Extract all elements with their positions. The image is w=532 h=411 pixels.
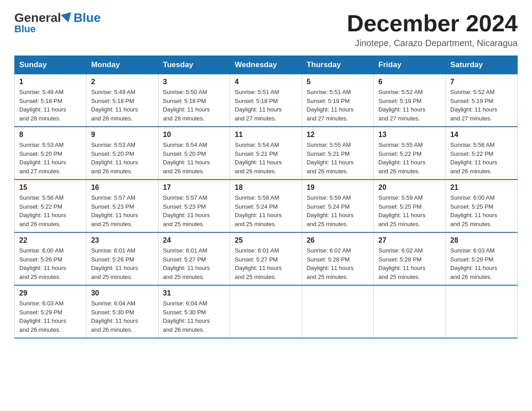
calendar-cell: 14 Sunrise: 5:56 AMSunset: 5:22 PMDaylig…	[446, 127, 517, 180]
calendar-cell: 3 Sunrise: 5:50 AMSunset: 5:18 PMDayligh…	[158, 74, 230, 127]
day-info: Sunrise: 5:56 AMSunset: 5:22 PMDaylight:…	[19, 194, 66, 227]
col-header-thursday: Thursday	[302, 56, 373, 74]
calendar-cell: 23 Sunrise: 6:01 AMSunset: 5:26 PMDaylig…	[86, 232, 158, 285]
calendar-cell: 11 Sunrise: 5:54 AMSunset: 5:21 PMDaylig…	[230, 127, 302, 180]
day-info: Sunrise: 5:50 AMSunset: 5:18 PMDaylight:…	[163, 89, 210, 122]
calendar-cell: 28 Sunrise: 6:03 AMSunset: 5:29 PMDaylig…	[446, 232, 517, 285]
location-text: Jinotepe, Carazo Department, Nicaragua	[347, 38, 518, 48]
day-info: Sunrise: 5:53 AMSunset: 5:20 PMDaylight:…	[19, 141, 66, 175]
page-header: General Blue Blue December 2024 Jinotepe…	[14, 11, 518, 48]
calendar-header-row: SundayMondayTuesdayWednesdayThursdayFrid…	[15, 56, 518, 74]
calendar-cell: 24 Sunrise: 6:01 AMSunset: 5:27 PMDaylig…	[158, 232, 230, 285]
calendar-table: SundayMondayTuesdayWednesdayThursdayFrid…	[14, 56, 518, 338]
day-info: Sunrise: 6:02 AMSunset: 5:28 PMDaylight:…	[378, 247, 425, 280]
calendar-week-row: 15 Sunrise: 5:56 AMSunset: 5:22 PMDaylig…	[15, 180, 518, 232]
calendar-cell: 7 Sunrise: 5:52 AMSunset: 5:19 PMDayligh…	[446, 74, 517, 127]
day-number: 7	[450, 78, 513, 86]
day-number: 11	[235, 131, 297, 139]
calendar-cell: 22 Sunrise: 6:00 AMSunset: 5:26 PMDaylig…	[15, 232, 86, 285]
col-header-monday: Monday	[86, 56, 158, 74]
day-info: Sunrise: 5:57 AMSunset: 5:23 PMDaylight:…	[91, 194, 138, 227]
logo-underline: Blue	[14, 23, 36, 35]
day-info: Sunrise: 5:59 AMSunset: 5:24 PMDaylight:…	[307, 194, 354, 227]
day-info: Sunrise: 5:55 AMSunset: 5:22 PMDaylight:…	[378, 141, 425, 175]
calendar-cell	[302, 285, 373, 338]
day-info: Sunrise: 5:54 AMSunset: 5:20 PMDaylight:…	[163, 141, 210, 175]
day-info: Sunrise: 6:04 AMSunset: 5:30 PMDaylight:…	[163, 300, 210, 333]
day-number: 18	[235, 184, 297, 192]
calendar-cell: 13 Sunrise: 5:55 AMSunset: 5:22 PMDaylig…	[374, 127, 446, 180]
day-number: 17	[163, 184, 225, 192]
calendar-cell: 25 Sunrise: 6:01 AMSunset: 5:27 PMDaylig…	[230, 232, 302, 285]
day-info: Sunrise: 6:03 AMSunset: 5:29 PMDaylight:…	[19, 300, 66, 333]
calendar-cell: 26 Sunrise: 6:02 AMSunset: 5:28 PMDaylig…	[302, 232, 373, 285]
calendar-cell: 27 Sunrise: 6:02 AMSunset: 5:28 PMDaylig…	[374, 232, 446, 285]
calendar-week-row: 29 Sunrise: 6:03 AMSunset: 5:29 PMDaylig…	[15, 285, 518, 338]
calendar-cell	[446, 285, 517, 338]
day-number: 14	[450, 131, 513, 139]
day-info: Sunrise: 6:03 AMSunset: 5:29 PMDaylight:…	[450, 247, 498, 280]
calendar-cell: 6 Sunrise: 5:52 AMSunset: 5:19 PMDayligh…	[374, 74, 446, 127]
day-info: Sunrise: 5:52 AMSunset: 5:19 PMDaylight:…	[450, 89, 498, 122]
day-info: Sunrise: 5:54 AMSunset: 5:21 PMDaylight:…	[235, 141, 282, 175]
day-info: Sunrise: 5:51 AMSunset: 5:19 PMDaylight:…	[307, 89, 354, 122]
logo: General Blue Blue	[14, 11, 101, 35]
day-number: 27	[378, 236, 441, 244]
calendar-cell: 9 Sunrise: 5:53 AMSunset: 5:20 PMDayligh…	[86, 127, 158, 180]
col-header-friday: Friday	[374, 56, 446, 74]
calendar-cell: 5 Sunrise: 5:51 AMSunset: 5:19 PMDayligh…	[302, 74, 373, 127]
calendar-cell: 18 Sunrise: 5:58 AMSunset: 5:24 PMDaylig…	[230, 180, 302, 232]
day-number: 30	[91, 289, 153, 297]
day-info: Sunrise: 5:49 AMSunset: 5:18 PMDaylight:…	[91, 89, 138, 122]
logo-triangle-icon	[61, 12, 73, 24]
day-number: 8	[19, 131, 82, 139]
month-title: December 2024	[347, 11, 518, 36]
col-header-wednesday: Wednesday	[230, 56, 302, 74]
calendar-cell: 29 Sunrise: 6:03 AMSunset: 5:29 PMDaylig…	[15, 285, 86, 338]
calendar-cell: 20 Sunrise: 5:59 AMSunset: 5:25 PMDaylig…	[374, 180, 446, 232]
day-number: 23	[91, 236, 153, 244]
title-block: December 2024 Jinotepe, Carazo Departmen…	[347, 11, 518, 48]
day-number: 25	[235, 236, 297, 244]
day-info: Sunrise: 5:56 AMSunset: 5:22 PMDaylight:…	[450, 141, 498, 175]
day-number: 29	[19, 289, 82, 297]
day-number: 4	[235, 78, 297, 86]
day-number: 28	[450, 236, 513, 244]
day-number: 10	[163, 131, 225, 139]
day-number: 2	[91, 78, 153, 86]
col-header-tuesday: Tuesday	[158, 56, 230, 74]
day-number: 3	[163, 78, 225, 86]
day-number: 6	[378, 78, 441, 86]
day-info: Sunrise: 5:52 AMSunset: 5:19 PMDaylight:…	[378, 89, 425, 122]
day-info: Sunrise: 5:49 AMSunset: 5:18 PMDaylight:…	[19, 89, 66, 122]
day-number: 24	[163, 236, 225, 244]
day-info: Sunrise: 5:51 AMSunset: 5:18 PMDaylight:…	[235, 89, 282, 122]
day-info: Sunrise: 5:53 AMSunset: 5:20 PMDaylight:…	[91, 141, 138, 175]
col-header-sunday: Sunday	[15, 56, 86, 74]
day-info: Sunrise: 6:01 AMSunset: 5:26 PMDaylight:…	[91, 247, 138, 280]
calendar-cell: 17 Sunrise: 5:57 AMSunset: 5:23 PMDaylig…	[158, 180, 230, 232]
calendar-cell	[230, 285, 302, 338]
calendar-cell: 30 Sunrise: 6:04 AMSunset: 5:30 PMDaylig…	[86, 285, 158, 338]
day-number: 9	[91, 131, 153, 139]
day-number: 5	[307, 78, 369, 86]
calendar-week-row: 22 Sunrise: 6:00 AMSunset: 5:26 PMDaylig…	[15, 232, 518, 285]
calendar-cell: 21 Sunrise: 6:00 AMSunset: 5:25 PMDaylig…	[446, 180, 517, 232]
day-number: 20	[378, 184, 441, 192]
logo-blue-text: Blue	[73, 11, 101, 25]
day-number: 22	[19, 236, 82, 244]
day-info: Sunrise: 6:01 AMSunset: 5:27 PMDaylight:…	[163, 247, 210, 280]
day-info: Sunrise: 6:02 AMSunset: 5:28 PMDaylight:…	[307, 247, 354, 280]
calendar-week-row: 8 Sunrise: 5:53 AMSunset: 5:20 PMDayligh…	[15, 127, 518, 180]
col-header-saturday: Saturday	[446, 56, 517, 74]
day-info: Sunrise: 5:55 AMSunset: 5:21 PMDaylight:…	[307, 141, 354, 175]
day-number: 13	[378, 131, 441, 139]
day-info: Sunrise: 6:04 AMSunset: 5:30 PMDaylight:…	[91, 300, 138, 333]
day-info: Sunrise: 5:57 AMSunset: 5:23 PMDaylight:…	[163, 194, 210, 227]
day-number: 21	[450, 184, 513, 192]
calendar-cell: 15 Sunrise: 5:56 AMSunset: 5:22 PMDaylig…	[15, 180, 86, 232]
day-number: 19	[307, 184, 369, 192]
calendar-cell: 10 Sunrise: 5:54 AMSunset: 5:20 PMDaylig…	[158, 127, 230, 180]
day-number: 12	[307, 131, 369, 139]
day-info: Sunrise: 6:01 AMSunset: 5:27 PMDaylight:…	[235, 247, 282, 280]
